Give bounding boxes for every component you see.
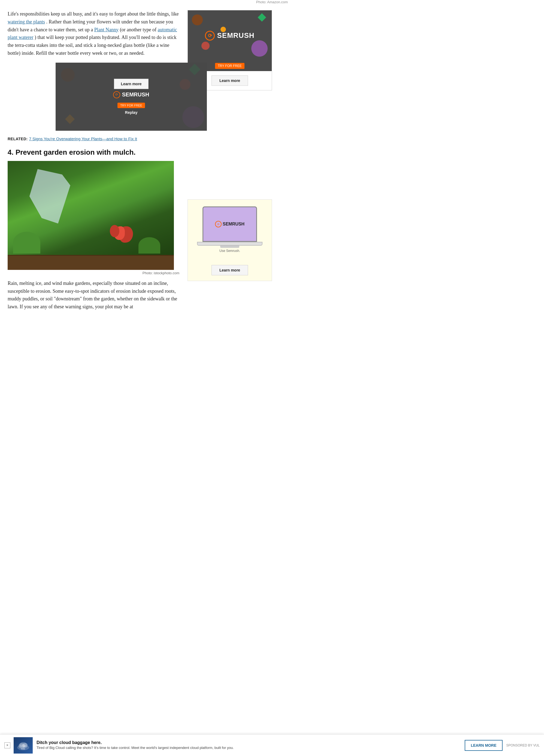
sticky-ad-content: Ditch your cloud baggage here. Tired of …	[36, 740, 465, 750]
main-video-ad: Learn more ⟳ SEMRUSH TRY FOR FREE Replay	[56, 63, 207, 131]
semrush-icon-sidebar-top: ⟳	[205, 31, 215, 41]
sidebar-ad-second-image: ⟳ SEMRUSH Use Semrush.	[188, 200, 272, 260]
garden-photo-caption: Photo: istockphoto.com	[8, 271, 179, 275]
laptop-stand	[220, 246, 239, 248]
semrush-logo-main: ⟳ SEMRUSH	[113, 91, 149, 98]
semrush-text-laptop: SEMRUSH	[223, 222, 244, 227]
section4-heading: 4. Prevent garden erosion with mulch.	[8, 148, 179, 157]
sticky-ad-image: vultr	[14, 737, 33, 754]
sticky-ad-title: Ditch your cloud baggage here.	[36, 740, 465, 745]
related-section: RELATED: 7 Signs You're Overwatering You…	[8, 136, 179, 142]
related-label: RELATED:	[8, 137, 28, 141]
sidebar-top-learn-more[interactable]: Learn more	[211, 75, 248, 86]
sidebar-ad-top-image: ⟳ SEMRUSH	[188, 10, 272, 61]
semrush-logo-laptop: ⟳ SEMRUSH	[215, 221, 244, 227]
sidebar-ad-second: ⟳ SEMRUSH Use Semrush. Learn more	[187, 199, 272, 281]
sidebar-second-learn-more[interactable]: Learn more	[211, 265, 248, 275]
semrush-icon-laptop: ⟳	[215, 221, 221, 227]
semrush-text-main: SEMRUSH	[122, 92, 149, 98]
watering-plants-link[interactable]: watering the plants	[8, 19, 45, 25]
sticky-close-button[interactable]: ×	[4, 742, 10, 748]
use-semrush-text: Use Semrush.	[219, 249, 240, 253]
related-link[interactable]: 7 Signs You're Overwatering Your Plants—…	[29, 136, 137, 141]
replay-text: Replay	[125, 110, 138, 115]
photo-credit-amazon: Photo: Amazon.com	[0, 0, 544, 4]
semrush-text-sidebar-top: SEMRUSH	[217, 31, 254, 40]
sticky-ad-description: Tired of Big Cloud calling the shots? It…	[36, 746, 465, 750]
laptop-illustration: ⟳ SEMRUSH Use Semrush.	[197, 206, 262, 253]
plant-nanny-link[interactable]: Plant Nanny	[94, 27, 119, 32]
sticky-bottom-bar: × vultr Ditch your cloud baggage here. T…	[0, 734, 544, 756]
laptop-screen: ⟳ SEMRUSH	[202, 206, 257, 242]
semrush-icon-main: ⟳	[113, 91, 120, 98]
svg-point-3	[19, 742, 27, 748]
sticky-sponsored-label: SPONSORED BY VUL	[506, 743, 540, 747]
laptop-base	[197, 242, 262, 246]
garden-erosion-photo	[8, 161, 174, 270]
semrush-logo-sidebar-top: ⟳ SEMRUSH	[205, 31, 254, 41]
sticky-learn-more-button[interactable]: LEARN MORE	[465, 740, 502, 751]
erosion-body-text: Rain, melting ice, and wind make gardens…	[8, 279, 179, 311]
video-ad-overlay: Learn more ⟳ SEMRUSH TRY FOR FREE Replay	[56, 63, 207, 131]
main-learn-more-button[interactable]: Learn more	[114, 79, 148, 89]
try-free-btn-sidebar-top[interactable]: TRY FOR FREE	[215, 63, 244, 69]
svg-text:vultr: vultr	[21, 748, 25, 750]
intro-paragraph: Life's responsibilities keep us all busy…	[8, 10, 179, 57]
try-free-badge: TRY FOR FREE	[117, 103, 145, 108]
